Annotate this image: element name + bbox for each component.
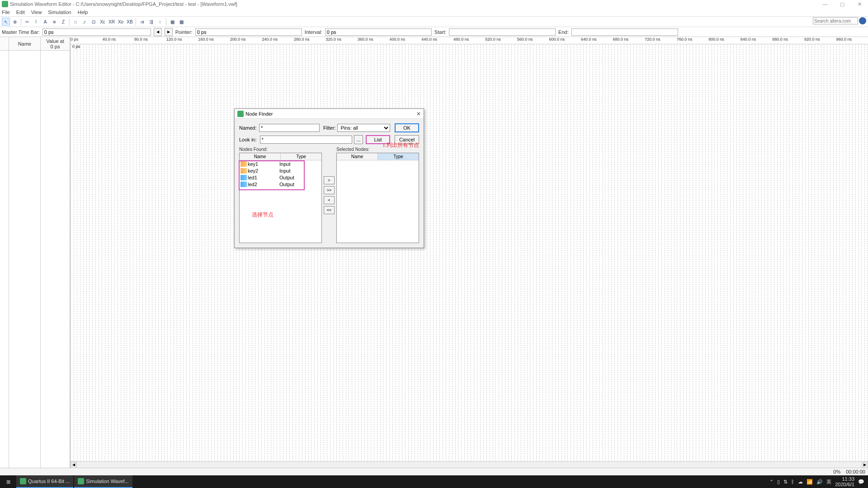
sort-icon[interactable]: ↕ — [156, 18, 164, 26]
run-functional-icon[interactable]: ▦ — [168, 18, 176, 26]
ungroup-icon[interactable]: ⇶ — [147, 18, 155, 26]
filter-label: Filter: — [323, 125, 336, 131]
time-bar: Master Time Bar: ◀ ▶ Pointer: Interval: … — [0, 27, 868, 37]
count-icon[interactable]: Xc — [99, 18, 107, 26]
force-low-icon[interactable]: ⎍ — [71, 18, 80, 26]
start-button[interactable]: ⊞ — [0, 475, 16, 488]
tray-wifi-icon[interactable]: 📶 — [807, 479, 813, 485]
col-name-2: Name — [337, 153, 378, 160]
filter-select[interactable]: Pins: all — [337, 124, 390, 132]
list-item[interactable]: led2Output — [240, 181, 321, 188]
menu-view[interactable]: View — [31, 9, 42, 15]
menu-file[interactable]: File — [2, 9, 10, 15]
scroll-left-icon[interactable]: ◀ — [71, 462, 77, 468]
selected-nodes-list[interactable]: Name Type — [336, 153, 419, 243]
menu-simulation[interactable]: Simulation — [48, 9, 71, 15]
interval-input[interactable] — [325, 28, 432, 36]
col-type: Type — [281, 153, 321, 160]
ruler-tick: 840.0 ns — [741, 37, 756, 42]
tray-bt-icon[interactable]: ᛒ — [791, 479, 794, 484]
window-title: Simulation Waveform Editor - C:/Users/sn… — [10, 1, 818, 7]
toolbar: ↖ ⊕ ✂ ⟟ A ≋ Z ⎍ ⎎ ⊡ Xc XR Xo XB ⇉ ⇶ ↕ ▦ … — [0, 16, 868, 27]
ok-button[interactable]: OK — [395, 123, 419, 132]
dialog-title: Node Finder — [245, 111, 273, 117]
tray-up-icon[interactable]: ⌃ — [769, 479, 774, 485]
col-name: Name — [240, 153, 281, 160]
task-simulation[interactable]: Simulation Wavef... — [74, 475, 132, 488]
named-input[interactable] — [259, 124, 320, 132]
cut-icon[interactable]: ✂ — [23, 18, 31, 26]
tray-clock[interactable]: 11:33 2020/6/1 — [835, 476, 854, 487]
clock-icon[interactable]: ⊡ — [90, 18, 98, 26]
menu-edit[interactable]: Edit — [16, 9, 25, 15]
tray-notif-icon[interactable]: 💬 — [858, 479, 864, 485]
move-all-right-button[interactable]: >> — [324, 186, 335, 194]
next-button[interactable]: ▶ — [165, 28, 173, 36]
run-timing-icon[interactable]: ▩ — [177, 18, 185, 26]
time-ruler: 0 ps40.0 ns80.0 ns120.0 ns160.0 ns200.0 … — [71, 37, 868, 44]
taskbar: ⊞ Quartus II 64-Bit ... Simulation Wavef… — [0, 475, 868, 488]
force-high-icon[interactable]: ⎎ — [80, 18, 89, 26]
scroll-right-icon[interactable]: ▶ — [862, 462, 868, 468]
group-icon[interactable]: ⇉ — [138, 18, 146, 26]
ruler-tick: 280.0 ns — [294, 37, 310, 42]
maximize-button[interactable]: ▢ — [835, 1, 849, 7]
close-button[interactable]: ✕ — [853, 1, 866, 7]
col-name-header: Name — [9, 37, 40, 51]
quartus-icon — [20, 478, 26, 484]
text-icon[interactable]: A — [41, 18, 49, 26]
end-input[interactable] — [571, 28, 678, 36]
move-all-left-button[interactable]: << — [324, 206, 335, 214]
xb-icon[interactable]: XB — [126, 18, 134, 26]
list-item[interactable]: led1Output — [240, 174, 321, 181]
search-input[interactable] — [813, 17, 858, 24]
interval-label: Interval: — [305, 29, 322, 35]
list-item[interactable]: key1Input — [240, 160, 321, 167]
zoom-tool-icon[interactable]: ⊕ — [11, 18, 19, 26]
workarea: Name Value at 0 ps 0 ps40.0 ns80.0 ns120… — [0, 37, 868, 468]
start-input[interactable] — [449, 28, 556, 36]
dialog-icon — [237, 111, 244, 117]
equation-icon[interactable]: ≋ — [50, 18, 58, 26]
ruler-tick: 720.0 ns — [645, 37, 660, 42]
tray-vol-icon[interactable]: 🔊 — [816, 479, 823, 485]
ruler-tick: 960.0 ns — [836, 37, 852, 42]
master-time-input[interactable] — [42, 28, 151, 36]
move-right-button[interactable]: > — [324, 176, 335, 184]
ruler-tick: 200.0 ns — [230, 37, 246, 42]
ruler-tick: 560.0 ns — [517, 37, 533, 42]
dialog-close-icon[interactable]: ✕ — [416, 111, 421, 117]
snap-icon[interactable]: ⟟ — [32, 18, 40, 26]
tray-cloud-icon[interactable]: ☁ — [798, 479, 803, 485]
invert-icon[interactable]: Z — [59, 18, 67, 26]
browse-button[interactable]: ... — [354, 135, 363, 144]
tray-ime[interactable]: 英 — [826, 479, 831, 485]
prev-button[interactable]: ◀ — [154, 28, 162, 36]
pointer-label: Pointer: — [175, 29, 193, 35]
named-label: Named: — [239, 125, 257, 131]
master-label: Master Time Bar: — [2, 29, 40, 35]
menu-help[interactable]: Help — [78, 9, 88, 15]
pointer-tool-icon[interactable]: ↖ — [2, 18, 10, 26]
window-titlebar: Simulation Waveform Editor - C:/Users/sn… — [0, 0, 868, 8]
annotation-select: 选择节点 — [252, 211, 274, 219]
list-item[interactable]: key2Input — [240, 167, 321, 174]
ruler-tick: 640.0 ns — [581, 37, 597, 42]
tray-battery-icon[interactable]: ▯ — [777, 479, 780, 485]
nodes-found-list[interactable]: Name Type key1Inputkey2Inputled1Outputle… — [239, 153, 322, 243]
tray-net-icon[interactable]: ⇅ — [783, 479, 788, 485]
ruler-tick: 880.0 ns — [772, 37, 788, 42]
lookin-input[interactable] — [260, 136, 352, 144]
waveform-area[interactable]: 0 ps40.0 ns80.0 ns120.0 ns160.0 ns200.0 … — [71, 37, 868, 468]
hscrollbar[interactable]: ◀ ▶ — [71, 461, 868, 468]
random-icon[interactable]: XR — [108, 18, 116, 26]
pointer-input[interactable] — [195, 28, 302, 36]
ruler-tick: 920.0 ns — [804, 37, 820, 42]
task-quartus[interactable]: Quartus II 64-Bit ... — [16, 475, 73, 488]
status-pct: 0% — [833, 469, 840, 474]
minimize-button[interactable]: — — [818, 1, 832, 7]
search-go-icon[interactable] — [859, 17, 866, 24]
nodes-found-label: Nodes Found: — [239, 147, 322, 152]
overwrite-icon[interactable]: Xo — [117, 18, 125, 26]
move-left-button[interactable]: < — [324, 196, 335, 204]
